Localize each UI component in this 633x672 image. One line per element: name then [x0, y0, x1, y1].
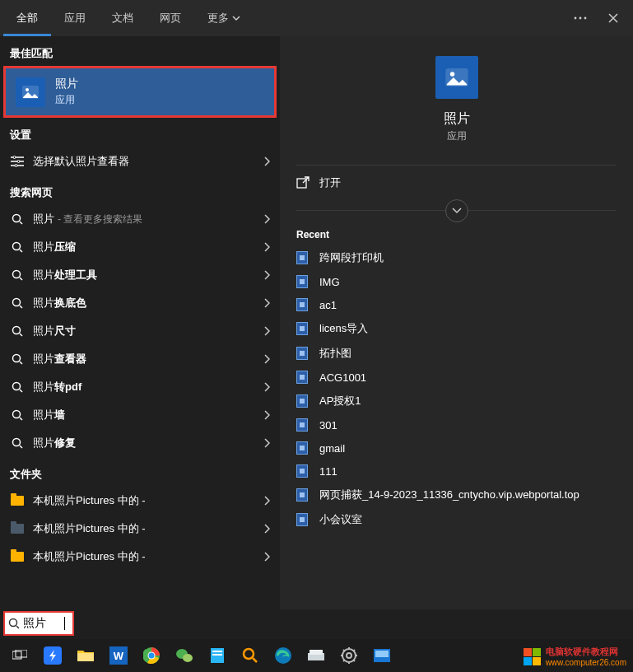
- taskbar-app-chrome[interactable]: [135, 639, 168, 672]
- recent-item[interactable]: IMG: [280, 270, 633, 293]
- folder-result-label: 本机照片Pictures 中的 -: [33, 521, 263, 536]
- recent-item[interactable]: gmail: [280, 436, 633, 460]
- web-result-label: 照片修复: [33, 436, 263, 450]
- web-result[interactable]: 照片查看器: [0, 345, 280, 373]
- best-match-header: 最佳匹配: [0, 36, 280, 66]
- chevron-right-icon: [263, 438, 270, 448]
- web-result[interactable]: 照片尺寸: [0, 317, 280, 345]
- open-action[interactable]: 打开: [280, 166, 633, 200]
- taskbar-app-edge[interactable]: [267, 639, 300, 672]
- preview-sub: 应用: [447, 129, 467, 143]
- tab-web[interactable]: 网页: [147, 0, 194, 36]
- search-input-wrap[interactable]: [3, 611, 74, 636]
- recent-item-label: 小会议室: [319, 512, 362, 527]
- recent-item[interactable]: 跨网段打印机: [280, 245, 633, 270]
- web-result[interactable]: 照片换底色: [0, 289, 280, 317]
- recent-item[interactable]: 111: [280, 460, 633, 483]
- tab-more[interactable]: 更多: [194, 0, 254, 36]
- recent-item[interactable]: licens导入: [280, 316, 633, 341]
- chevron-right-icon: [263, 524, 270, 534]
- chrome-icon: [143, 647, 160, 664]
- chevron-right-icon: [263, 354, 270, 364]
- image-file-icon: [296, 464, 308, 478]
- svg-point-8: [13, 215, 21, 222]
- web-result[interactable]: 照片 - 查看更多搜索结果: [0, 205, 280, 233]
- wechat-icon: [175, 647, 193, 664]
- svg-rect-24: [77, 653, 94, 661]
- search-input[interactable]: [23, 617, 64, 630]
- recent-item[interactable]: 拓扑图: [280, 341, 633, 366]
- taskbar-app-notes[interactable]: [201, 639, 234, 672]
- tab-apps[interactable]: 应用: [51, 0, 99, 36]
- recent-item[interactable]: ACG1001: [280, 366, 633, 389]
- task-view-button[interactable]: [3, 639, 36, 672]
- settings-result[interactable]: 选择默认照片查看器: [0, 147, 280, 175]
- search-icon: [10, 409, 25, 421]
- expand-button[interactable]: [445, 199, 468, 222]
- tab-all[interactable]: 全部: [3, 0, 51, 36]
- image-file-icon: [296, 251, 308, 264]
- search-icon: [8, 618, 20, 629]
- search-icon: [242, 647, 258, 664]
- web-result-label: 照片处理工具: [33, 268, 263, 282]
- best-match-title: 照片: [55, 77, 78, 91]
- image-file-icon: [296, 418, 308, 432]
- web-result[interactable]: 照片压缩: [0, 233, 280, 261]
- recent-item-label: licens导入: [319, 321, 368, 336]
- image-file-icon: [296, 513, 308, 526]
- svg-rect-39: [310, 650, 323, 655]
- recent-item-label: 拓扑图: [319, 346, 351, 361]
- image-file-icon: [296, 394, 308, 408]
- recent-item[interactable]: AP授权1: [280, 389, 633, 413]
- tab-docs[interactable]: 文档: [99, 0, 147, 36]
- more-options-button[interactable]: [564, 0, 597, 36]
- taskbar-app-explorer[interactable]: [69, 639, 102, 672]
- web-result[interactable]: 照片转pdf: [0, 373, 280, 401]
- folders-header: 文件夹: [0, 457, 280, 487]
- image-file-icon: [296, 488, 308, 502]
- edge-icon: [275, 647, 291, 664]
- settings-header: 设置: [0, 118, 280, 147]
- folder-result[interactable]: 本机照片Pictures 中的 -: [0, 487, 280, 515]
- best-match-sub: 应用: [55, 93, 78, 107]
- web-result[interactable]: 照片墙: [0, 401, 280, 429]
- web-result-label: 照片尺寸: [33, 324, 263, 338]
- folder-result[interactable]: 本机照片Pictures 中的 -: [0, 515, 280, 543]
- taskbar-app-wechat[interactable]: [168, 639, 201, 672]
- chevron-down-icon: [232, 14, 240, 22]
- gear-icon: [341, 647, 357, 664]
- web-result-label: 照片压缩: [33, 240, 263, 254]
- taskbar-app-word[interactable]: W: [102, 639, 135, 672]
- recent-item[interactable]: 301: [280, 413, 633, 436]
- recent-item-label: AP授权1: [319, 394, 361, 408]
- windows-logo-icon: [524, 648, 541, 665]
- taskbar-app-thunder[interactable]: [36, 639, 69, 672]
- web-result[interactable]: 照片处理工具: [0, 261, 280, 289]
- settings-list-icon: [10, 156, 25, 167]
- svg-point-32: [183, 654, 193, 662]
- taskbar-app-settings[interactable]: [333, 639, 365, 672]
- recent-item[interactable]: 小会议室: [280, 507, 633, 532]
- svg-point-11: [13, 299, 21, 306]
- recent-item[interactable]: 网页捕获_14-9-2023_11336_cntycho.vip.webport…: [280, 483, 633, 507]
- notes-icon: [210, 647, 225, 664]
- svg-point-18: [449, 72, 454, 76]
- svg-text:W: W: [114, 650, 124, 662]
- watermark-text-2: www.computer26.com: [546, 658, 626, 667]
- web-result[interactable]: 照片修复: [0, 429, 280, 457]
- taskbar-app-scanner[interactable]: [300, 639, 333, 672]
- recent-item-label: ACG1001: [319, 371, 366, 384]
- svg-point-20: [10, 619, 17, 627]
- watermark: 电脑软硬件教程网 www.computer26.com: [524, 646, 626, 667]
- web-result-label: 照片墙: [33, 408, 263, 422]
- taskbar-app-generic[interactable]: [365, 639, 398, 672]
- folder-result[interactable]: 本机照片Pictures 中的 -: [0, 543, 280, 571]
- image-file-icon: [296, 371, 308, 384]
- close-button[interactable]: [597, 0, 630, 36]
- image-file-icon: [296, 298, 308, 311]
- results-list: 最佳匹配 照片 应用 设置 选择默认照片查看器 搜: [0, 36, 280, 609]
- svg-point-41: [347, 653, 351, 658]
- recent-item[interactable]: ac1: [280, 293, 633, 316]
- taskbar-search[interactable]: [234, 639, 267, 672]
- best-match-item[interactable]: 照片 应用: [3, 66, 277, 118]
